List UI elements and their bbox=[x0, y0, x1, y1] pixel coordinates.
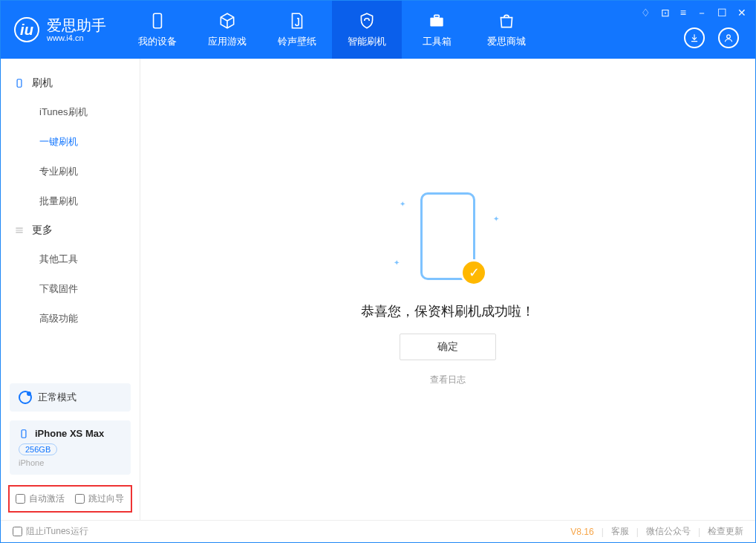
app-url: www.i4.cn bbox=[47, 33, 106, 42]
svg-point-3 bbox=[727, 35, 731, 39]
mode-label: 正常模式 bbox=[38, 391, 76, 404]
sidebar-item-batch-flash[interactable]: 批量刷机 bbox=[1, 186, 140, 216]
ok-button[interactable]: 确定 bbox=[400, 334, 496, 360]
auto-activate-checkbox[interactable]: 自动激活 bbox=[16, 492, 65, 505]
success-message: 恭喜您，保资料刷机成功啦！ bbox=[361, 302, 535, 320]
sidebar-item-itunes-flash[interactable]: iTunes刷机 bbox=[1, 97, 140, 127]
header-user-icons bbox=[684, 27, 739, 48]
menu-icon[interactable]: ≡ bbox=[680, 7, 686, 20]
header: iu 爱思助手 www.i4.cn 我的设备 应用游戏 铃声壁纸 智能刷机 工具… bbox=[1, 1, 755, 59]
version-label: V8.16 bbox=[570, 527, 593, 537]
highlighted-options: 自动激活 跳过向导 bbox=[8, 485, 132, 513]
logo-icon: iu bbox=[14, 17, 39, 42]
briefcase-icon bbox=[427, 11, 446, 30]
sidebar-item-onekey-flash[interactable]: 一键刷机 bbox=[1, 127, 140, 157]
nav-ringtones[interactable]: 铃声壁纸 bbox=[262, 1, 332, 59]
sidebar-item-pro-flash[interactable]: 专业刷机 bbox=[1, 157, 140, 186]
content-area: 刷机 iTunes刷机 一键刷机 专业刷机 批量刷机 更多 其他工具 下载固件 … bbox=[1, 59, 755, 520]
sidebar-item-download-firmware[interactable]: 下载固件 bbox=[1, 274, 140, 304]
download-icon bbox=[689, 33, 700, 43]
main-panel: ✦ ✦ ✦ ✓ 恭喜您，保资料刷机成功啦！ 确定 查看日志 bbox=[140, 59, 755, 520]
maximize-button[interactable]: ☐ bbox=[717, 7, 727, 20]
svg-rect-4 bbox=[17, 79, 22, 88]
nav-store[interactable]: 爱思商城 bbox=[472, 1, 541, 59]
lock-icon[interactable]: ⊡ bbox=[661, 7, 670, 20]
svg-rect-0 bbox=[154, 13, 162, 28]
block-itunes-checkbox[interactable]: 阻止iTunes运行 bbox=[13, 525, 88, 538]
music-file-icon bbox=[287, 11, 307, 30]
footer: 阻止iTunes运行 V8.16 | 客服 | 微信公众号 | 检查更新 bbox=[1, 520, 755, 542]
device-icon bbox=[14, 78, 25, 88]
cube-icon bbox=[218, 11, 237, 30]
phone-icon bbox=[148, 11, 167, 30]
sparkle-icon: ✦ bbox=[394, 259, 400, 267]
check-update-link[interactable]: 检查更新 bbox=[708, 525, 743, 538]
user-icon bbox=[723, 33, 734, 43]
sidebar-group-more: 更多 bbox=[1, 216, 140, 244]
sidebar-item-advanced[interactable]: 高级功能 bbox=[1, 304, 140, 334]
app-name: 爱思助手 bbox=[47, 17, 106, 33]
wechat-link[interactable]: 微信公众号 bbox=[646, 525, 691, 538]
mode-box[interactable]: 正常模式 bbox=[10, 383, 131, 412]
titlebar-controls: ♢ ⊡ ≡ － ☐ ✕ bbox=[641, 7, 746, 20]
customer-service-link[interactable]: 客服 bbox=[611, 525, 629, 538]
nav-my-device[interactable]: 我的设备 bbox=[123, 1, 192, 59]
device-box[interactable]: iPhone XS Max 256GB iPhone bbox=[10, 420, 131, 475]
success-graphic: ✦ ✦ ✦ ✓ bbox=[400, 192, 496, 289]
view-log-link[interactable]: 查看日志 bbox=[430, 374, 466, 386]
sidebar: 刷机 iTunes刷机 一键刷机 专业刷机 批量刷机 更多 其他工具 下载固件 … bbox=[1, 59, 140, 520]
device-name-label: iPhone XS Max bbox=[35, 428, 104, 439]
list-icon bbox=[14, 225, 25, 235]
device-small-icon bbox=[19, 429, 29, 439]
sidebar-group-flash: 刷机 bbox=[1, 69, 140, 97]
check-badge-icon: ✓ bbox=[460, 259, 487, 286]
svg-rect-1 bbox=[430, 18, 443, 27]
bag-icon bbox=[497, 11, 516, 30]
profile-button[interactable] bbox=[718, 27, 739, 48]
download-button[interactable] bbox=[684, 27, 705, 48]
shield-refresh-icon bbox=[357, 11, 377, 30]
sparkle-icon: ✦ bbox=[400, 200, 405, 208]
nav-smart-flash[interactable]: 智能刷机 bbox=[332, 1, 402, 59]
device-storage: 256GB bbox=[19, 443, 57, 455]
device-type: iPhone bbox=[19, 458, 44, 467]
svg-rect-2 bbox=[434, 15, 440, 17]
minimize-button[interactable]: － bbox=[697, 7, 707, 20]
top-nav: 我的设备 应用游戏 铃声壁纸 智能刷机 工具箱 爱思商城 bbox=[123, 1, 541, 59]
nav-toolbox[interactable]: 工具箱 bbox=[402, 1, 472, 59]
nav-apps-games[interactable]: 应用游戏 bbox=[192, 1, 262, 59]
shirt-icon[interactable]: ♢ bbox=[641, 7, 651, 20]
sparkle-icon: ✦ bbox=[493, 215, 499, 223]
close-button[interactable]: ✕ bbox=[737, 7, 746, 20]
logo[interactable]: iu 爱思助手 www.i4.cn bbox=[1, 17, 123, 42]
svg-rect-5 bbox=[22, 429, 26, 438]
skip-guide-checkbox[interactable]: 跳过向导 bbox=[75, 492, 124, 505]
mode-icon bbox=[19, 391, 32, 404]
sidebar-item-other-tools[interactable]: 其他工具 bbox=[1, 244, 140, 274]
